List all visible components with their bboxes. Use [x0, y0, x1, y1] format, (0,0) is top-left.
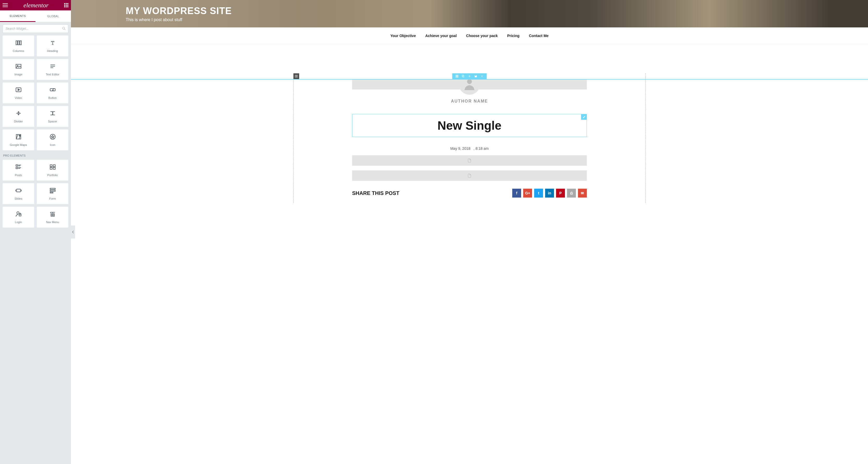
share-google-plus-button[interactable]: G+ — [523, 189, 532, 198]
button-icon — [49, 86, 56, 93]
nav-item-pricing[interactable]: Pricing — [507, 34, 519, 38]
widget-posts[interactable]: Posts — [3, 160, 34, 181]
search-widget-input[interactable] — [3, 25, 68, 33]
widget-label: Form — [49, 197, 56, 200]
site-navbar: Your Objective Achieve your goal Choose … — [71, 27, 868, 44]
form-icon — [49, 187, 56, 194]
login-icon — [15, 211, 22, 218]
posts-icon — [15, 164, 22, 170]
share-email-button[interactable]: ✉ — [578, 189, 587, 198]
share-heading: SHARE THIS POST — [352, 190, 399, 196]
share-twitter-button[interactable]: t — [534, 189, 543, 198]
post-title-widget[interactable]: New Single — [352, 114, 587, 137]
svg-point-59 — [467, 79, 472, 84]
svg-rect-41 — [19, 214, 21, 216]
section-settings-icon[interactable] — [455, 75, 459, 78]
widgets-panel: ColumnsTHeadingImageText EditorVideoButt… — [0, 35, 71, 464]
svg-rect-50 — [456, 77, 458, 78]
hamburger-menu-icon[interactable] — [3, 3, 8, 7]
nav-item-achieve[interactable]: Achieve your goal — [425, 34, 457, 38]
widget-video[interactable]: Video — [3, 83, 34, 103]
svg-rect-49 — [456, 76, 458, 77]
svg-rect-24 — [16, 165, 18, 166]
widget-label: Video — [15, 96, 22, 99]
widget-columns[interactable]: Columns — [3, 35, 34, 56]
text-editor-icon — [49, 63, 56, 70]
svg-text:T: T — [51, 40, 54, 46]
nav-item-pack[interactable]: Choose your pack — [466, 34, 498, 38]
search-icon — [62, 27, 66, 31]
apps-grid-icon[interactable] — [64, 3, 68, 7]
widget-icon[interactable]: Icon — [37, 129, 68, 150]
collapse-sidebar-handle[interactable] — [71, 226, 75, 238]
tab-global[interactable]: GLOBAL — [35, 10, 71, 22]
svg-point-21 — [19, 135, 20, 136]
widget-label: Posts — [15, 174, 22, 177]
share-linkedin-button[interactable]: in — [545, 189, 554, 198]
sidebar-tabs: ELEMENTS GLOBAL — [0, 10, 71, 22]
section-save-icon[interactable] — [474, 75, 477, 78]
widget-portfolio[interactable]: Portfolio — [37, 160, 68, 181]
section-add-icon[interactable] — [468, 75, 471, 78]
share-pinterest-button[interactable]: P — [556, 189, 565, 198]
share-row: SHARE THIS POST fG+tinP⎙✉ — [352, 189, 587, 198]
post-time: 8:18 am — [475, 146, 489, 151]
tab-elements[interactable]: ELEMENTS — [0, 10, 35, 22]
preview-canvas: MY WORDPRESS SITE This is where I post a… — [71, 0, 868, 464]
svg-rect-34 — [17, 189, 20, 192]
widget-label: Portfolio — [47, 174, 58, 177]
image-icon — [15, 63, 22, 70]
widget-nav-menu[interactable]: Nav Menu — [37, 207, 68, 228]
section-column: AUTHOR NAME New Single May 9, 2018 , 8:1… — [318, 73, 621, 203]
widget-divider[interactable]: Divider — [3, 106, 34, 127]
site-title: MY WORDPRESS SITE — [126, 5, 868, 17]
widget-label: Nav Menu — [46, 221, 59, 224]
svg-rect-48 — [456, 75, 458, 76]
section-delete-icon[interactable] — [480, 75, 484, 78]
widget-google-maps[interactable]: Google Maps — [3, 129, 34, 150]
widget-form[interactable]: Form — [37, 183, 68, 204]
widget-text-editor[interactable]: Text Editor — [37, 59, 68, 80]
svg-rect-3 — [18, 41, 19, 45]
svg-rect-37 — [50, 188, 55, 189]
widget-spacer[interactable]: Spacer — [37, 106, 68, 127]
post-meta: May 9, 2018 , 8:18 am — [352, 146, 587, 151]
svg-rect-33 — [53, 167, 55, 169]
icon-icon — [49, 133, 56, 140]
section-duplicate-icon[interactable] — [462, 75, 465, 78]
share-facebook-button[interactable]: f — [512, 189, 521, 198]
svg-marker-15 — [18, 112, 19, 113]
edit-widget-icon[interactable] — [581, 114, 587, 120]
site-hero: MY WORDPRESS SITE This is where I post a… — [71, 0, 868, 27]
widget-button[interactable]: Button — [37, 83, 68, 103]
share-print-button[interactable]: ⎙ — [567, 189, 576, 198]
svg-rect-27 — [16, 167, 18, 169]
widget-label: Divider — [14, 120, 23, 123]
content-placeholder-1 — [352, 155, 587, 166]
widget-login[interactable]: Login — [3, 207, 34, 228]
svg-rect-30 — [50, 165, 52, 167]
widget-slides[interactable]: Slides — [3, 183, 34, 204]
svg-rect-45 — [51, 214, 54, 216]
portfolio-icon — [49, 164, 56, 170]
pro-elements-heading: PRO ELEMENTS — [3, 150, 68, 160]
widget-heading[interactable]: THeading — [37, 35, 68, 56]
post-date: May 9, 2018 — [450, 146, 470, 151]
svg-marker-12 — [18, 89, 20, 91]
svg-rect-4 — [20, 41, 21, 45]
editor-section: AUTHOR NAME New Single May 9, 2018 , 8:1… — [71, 73, 868, 203]
column-settings-icon[interactable] — [293, 73, 299, 79]
widget-image[interactable]: Image — [3, 59, 34, 80]
svg-rect-58 — [297, 75, 298, 77]
heading-icon: T — [49, 39, 56, 46]
google-maps-icon — [15, 133, 22, 140]
nav-item-objective[interactable]: Your Objective — [391, 34, 416, 38]
nav-item-contact[interactable]: Contact Me — [529, 34, 549, 38]
widget-label: Columns — [13, 49, 24, 53]
svg-marker-16 — [18, 114, 19, 115]
svg-point-40 — [17, 212, 19, 214]
widget-label: Spacer — [48, 120, 57, 123]
slides-icon — [15, 187, 22, 194]
widget-label: Icon — [50, 143, 55, 146]
video-icon — [15, 86, 22, 93]
